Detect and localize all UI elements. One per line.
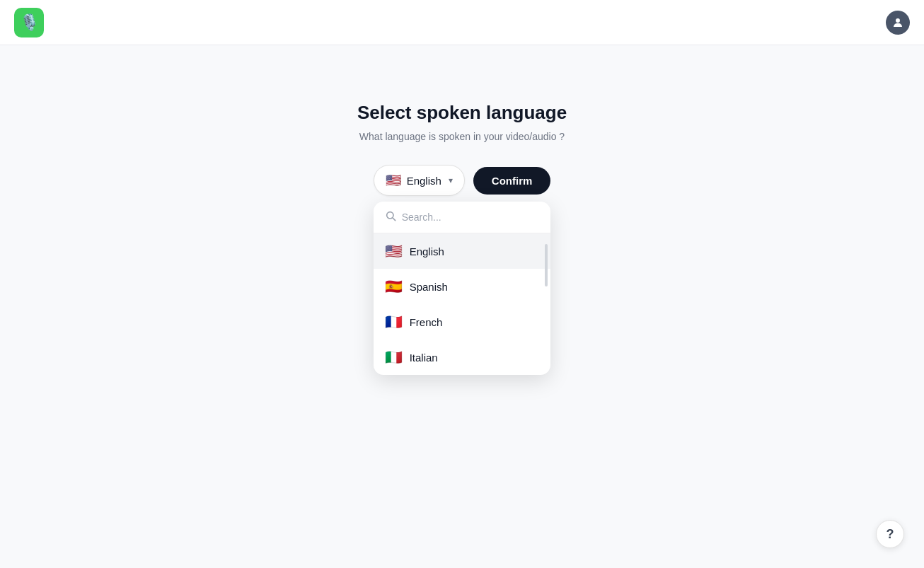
help-button[interactable]: ? bbox=[876, 520, 904, 548]
svg-point-0 bbox=[896, 18, 900, 23]
search-input[interactable] bbox=[402, 211, 539, 223]
language-select-button[interactable]: 🇺🇸 English ▾ bbox=[374, 165, 465, 196]
search-icon bbox=[385, 210, 396, 224]
scrollbar-indicator bbox=[545, 244, 548, 286]
selected-flag: 🇺🇸 bbox=[386, 173, 401, 188]
language-option-spanish[interactable]: 🇪🇸 Spanish bbox=[374, 269, 550, 304]
english-flag: 🇺🇸 bbox=[385, 243, 403, 260]
confirm-button[interactable]: Confirm bbox=[473, 167, 551, 195]
spanish-flag: 🇪🇸 bbox=[385, 278, 403, 295]
svg-line-2 bbox=[393, 218, 395, 221]
app-header: 🎙️ bbox=[0, 0, 924, 45]
english-label: English bbox=[410, 245, 444, 257]
selected-language-label: English bbox=[407, 175, 441, 187]
app-logo: 🎙️ bbox=[14, 8, 44, 37]
page-title: Select spoken language bbox=[357, 102, 567, 124]
language-dropdown: 🇺🇸 English 🇪🇸 Spanish 🇫🇷 French 🇮🇹 Itali… bbox=[374, 202, 550, 375]
selector-row: 🇺🇸 English ▾ Confirm 🇺🇸 English bbox=[374, 165, 551, 196]
language-option-italian[interactable]: 🇮🇹 Italian bbox=[374, 340, 550, 375]
italian-flag: 🇮🇹 bbox=[385, 349, 403, 366]
french-label: French bbox=[410, 316, 443, 328]
chevron-down-icon: ▾ bbox=[449, 175, 453, 185]
spanish-label: Spanish bbox=[410, 281, 448, 293]
page-subtitle: What language is spoken in your video/au… bbox=[359, 131, 565, 142]
user-avatar[interactable] bbox=[886, 11, 910, 35]
language-option-french[interactable]: 🇫🇷 French bbox=[374, 304, 550, 340]
main-content: Select spoken language What language is … bbox=[0, 45, 924, 196]
french-flag: 🇫🇷 bbox=[385, 313, 403, 330]
search-wrap bbox=[374, 202, 550, 233]
logo-icon: 🎙️ bbox=[20, 13, 39, 32]
language-option-english[interactable]: 🇺🇸 English bbox=[374, 233, 550, 269]
italian-label: Italian bbox=[410, 352, 438, 364]
